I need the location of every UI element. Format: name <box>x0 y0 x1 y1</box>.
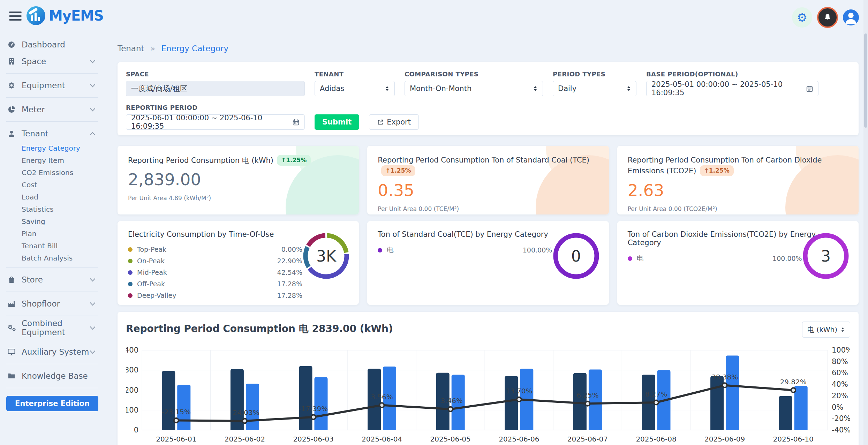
legend-item-mid-peak[interactable]: Mid-Peak42.54% <box>128 269 302 276</box>
space-input[interactable]: 一度城/商场/租区 <box>126 81 305 96</box>
sidebar-item-plan[interactable]: Plan <box>22 227 98 240</box>
legend-value: 17.28% <box>277 280 302 288</box>
chevron-down-icon <box>90 108 96 112</box>
sidebar-item-load[interactable]: Load <box>22 191 98 203</box>
legend-label: Deep-Valley <box>137 292 176 299</box>
chevron-down-icon <box>90 350 96 354</box>
chart-unit-select[interactable]: 电 (kWh) <box>802 322 850 338</box>
sidebar-item-cost[interactable]: Cost <box>22 179 98 191</box>
legend-dot-icon <box>128 282 133 286</box>
stat-title: Reporting Period Consumption Ton of Carb… <box>628 155 848 176</box>
brand-logo[interactable]: MyEMS <box>27 6 104 25</box>
sidebar-item-saving[interactable]: Saving <box>22 215 98 227</box>
user-avatar-icon[interactable] <box>843 9 859 25</box>
comparison-types-select[interactable]: Month-On-Month <box>405 81 543 96</box>
topbar: MyEMS ⚙ <box>0 0 868 31</box>
bar-line-chart: 0100200300400-40%-20%0%20%40%60%80%100%2… <box>126 345 850 445</box>
trend-badge: ↑1.25% <box>700 165 734 176</box>
sidebar-item-label: Auxiliary System <box>22 347 89 356</box>
calendar-icon <box>806 85 813 92</box>
calendar-icon <box>292 119 300 126</box>
donut-legend: 电100.00% <box>628 254 802 263</box>
sidebar-item-energy-item[interactable]: Energy Item <box>22 154 98 166</box>
sidebar-item-shopfloor[interactable]: Shopfloor <box>6 295 98 312</box>
chevron-down-icon <box>90 302 96 306</box>
stat-card-electricity: Reporting Period Consumption 电 (kWh)↑1.2… <box>118 146 359 214</box>
svg-text:6.25%: 6.25% <box>576 391 599 399</box>
notifications-bell-icon[interactable] <box>817 7 838 28</box>
stat-subtext: Per Unit Area 4.89 (kWh/M²) <box>128 195 348 202</box>
sidebar-item-label: Space <box>22 57 46 66</box>
sidebar-item-meter[interactable]: Meter <box>6 101 98 118</box>
vertical-scrollbar-thumb[interactable] <box>864 33 867 128</box>
sidebar-item-auxiliary-system[interactable]: Auxiliary System <box>6 344 98 360</box>
sidebar-item-knowledge-base[interactable]: Knowledge Base <box>6 368 98 384</box>
dashboard-icon <box>6 40 17 49</box>
consumption-chart-card: Reporting Period Consumption 电 2839.00 (… <box>118 312 859 445</box>
svg-text:2025-06-02: 2025-06-02 <box>225 435 265 443</box>
svg-text:100: 100 <box>126 406 138 414</box>
sidebar-item-tenant[interactable]: Tenant <box>6 125 98 142</box>
settings-gear-icon[interactable]: ⚙ <box>792 7 812 28</box>
reporting-period-input[interactable]: 2025-06-01 00:00:00 ~ 2025-06-10 16:09:3… <box>126 114 305 130</box>
base-period-input[interactable]: 2025-05-01 00:00:00 ~ 2025-05-10 16:09:3… <box>646 81 818 96</box>
chevron-down-icon <box>90 84 96 88</box>
sidebar-item-label: Tenant <box>22 129 48 138</box>
building-icon <box>6 57 17 66</box>
svg-text:2025-06-01: 2025-06-01 <box>156 435 196 443</box>
legend-item-deep-valley[interactable]: Deep-Valley17.28% <box>128 292 302 299</box>
export-button[interactable]: Export <box>369 114 419 130</box>
legend-item-on-peak[interactable]: On-Peak22.90% <box>128 257 302 265</box>
sidebar-item-batch-analysis[interactable]: Batch Analysis <box>22 252 98 264</box>
sidebar-item-statistics[interactable]: Statistics <box>22 203 98 215</box>
sidebar-item-energy-category[interactable]: Energy Category <box>22 142 98 154</box>
legend-item-[interactable]: 电100.00% <box>378 246 552 255</box>
space-label: SPACE <box>126 70 305 78</box>
sidebar-item-equipment[interactable]: Equipment <box>6 77 98 94</box>
sidebar-item-tenant-bill[interactable]: Tenant Bill <box>22 240 98 252</box>
sidebar-item-space[interactable]: Space <box>6 53 98 70</box>
legend-dot-icon <box>628 256 632 261</box>
legend-value: 100.00% <box>772 255 802 262</box>
tenant-label: TENANT <box>315 70 395 78</box>
stat-value: 2,839.00 <box>128 170 348 189</box>
sidebar-item-co2-emissions[interactable]: CO2 Emissions <box>22 166 98 179</box>
svg-text:13.70%: 13.70% <box>506 387 532 395</box>
svg-text:29.82%: 29.82% <box>780 378 807 386</box>
enterprise-edition-button[interactable]: Enterprise Edition <box>6 396 98 411</box>
legend-item-off-peak[interactable]: Off-Peak17.28% <box>128 280 302 288</box>
sidebar-submenu-tenant: Energy CategoryEnergy ItemCO2 EmissionsC… <box>6 142 98 264</box>
tenant-select[interactable]: Adidas <box>315 81 395 96</box>
sidebar-item-combined-equipment[interactable]: Combined Equipment <box>6 319 98 336</box>
gear-icon <box>6 81 17 90</box>
legend-value: 0.00% <box>281 246 302 253</box>
svg-text:-3.46%: -3.46% <box>438 397 463 405</box>
sidebar-divider <box>6 121 98 122</box>
vertical-scrollbar-track[interactable] <box>863 0 868 445</box>
svg-text:-40%: -40% <box>832 426 850 434</box>
svg-text:-17.39%: -17.39% <box>299 405 328 413</box>
chevron-down-icon <box>90 278 96 282</box>
select-caret-icon <box>385 85 390 92</box>
legend-value: 17.28% <box>277 292 302 299</box>
hamburger-menu-icon[interactable] <box>9 12 22 21</box>
sidebar-item-store[interactable]: Store <box>6 271 98 288</box>
legend-value: 42.54% <box>277 269 302 276</box>
period-types-select[interactable]: Daily <box>553 81 636 96</box>
sidebar-divider <box>6 267 98 268</box>
legend-item-top-peak[interactable]: Top-Peak0.00% <box>128 246 302 253</box>
stat-value: 0.35 <box>378 181 598 200</box>
sidebar-divider <box>6 316 98 316</box>
chart-title: Reporting Period Consumption 电 2839.00 (… <box>126 322 850 335</box>
stat-title: Reporting Period Consumption Ton of Stan… <box>378 155 598 176</box>
svg-text:0: 0 <box>134 426 138 434</box>
svg-text:2025-06-08: 2025-06-08 <box>636 435 676 443</box>
base-period-label: BASE PERIOD(OPTIONAL) <box>646 70 818 78</box>
submit-button[interactable]: Submit <box>315 114 359 130</box>
breadcrumb-current[interactable]: Energy Category <box>161 44 228 53</box>
sidebar-divider <box>6 292 98 292</box>
legend-item-[interactable]: 电100.00% <box>628 254 802 263</box>
svg-text:80%: 80% <box>832 357 848 366</box>
breadcrumb-parent[interactable]: Tenant <box>118 44 144 53</box>
sidebar-item-dashboard[interactable]: Dashboard <box>6 36 98 53</box>
